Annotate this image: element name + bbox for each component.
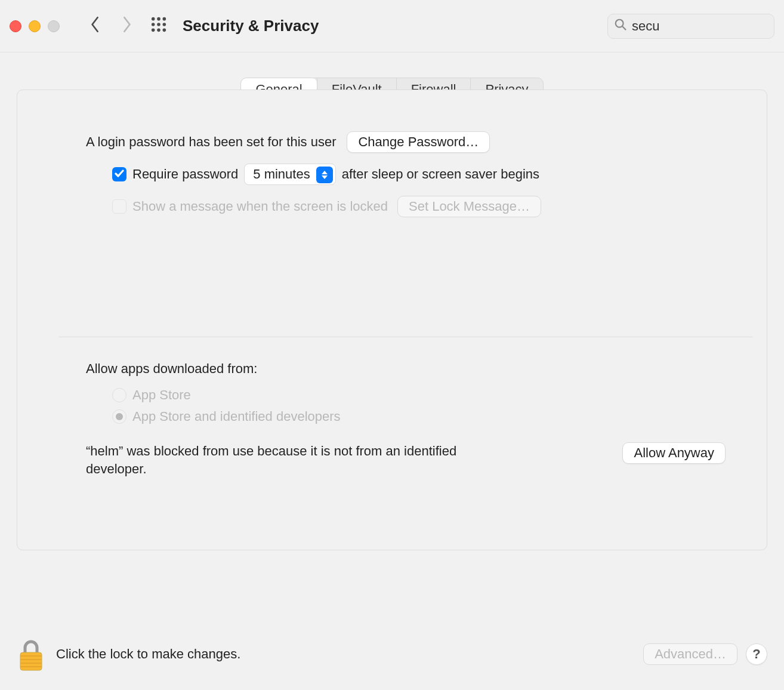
svg-line-10 <box>622 26 626 29</box>
zoom-window-button[interactable] <box>48 20 60 32</box>
svg-point-0 <box>152 17 155 20</box>
help-button[interactable]: ? <box>746 643 767 665</box>
login-password-label: A login password has been set for this u… <box>86 134 336 150</box>
section-divider <box>58 337 753 337</box>
back-button[interactable] <box>82 13 109 39</box>
require-password-delay-select[interactable]: 5 minutes <box>244 164 335 185</box>
require-password-delay-value: 5 minutes <box>253 167 310 182</box>
allow-apps-heading-row: Allow apps downloaded from: <box>86 361 726 377</box>
show-lock-message-checkbox <box>112 199 126 214</box>
svg-marker-14 <box>322 175 328 179</box>
svg-point-6 <box>152 28 155 32</box>
show-lock-message-label: Show a message when the screen is locked <box>132 199 388 214</box>
toolbar: Security & Privacy <box>0 0 784 53</box>
login-password-row: A login password has been set for this u… <box>86 131 726 153</box>
window-title: Security & Privacy <box>183 17 319 35</box>
require-password-label-pre: Require password <box>132 167 238 182</box>
search-icon <box>614 18 627 35</box>
lock-icon[interactable] <box>17 637 45 671</box>
require-password-checkbox[interactable] <box>112 167 126 181</box>
radio-identified-label: App Store and identified developers <box>132 409 341 424</box>
svg-point-4 <box>157 23 160 26</box>
svg-point-7 <box>157 28 160 32</box>
updown-stepper-icon <box>316 167 333 183</box>
search-input[interactable] <box>632 19 784 34</box>
svg-point-3 <box>152 23 155 26</box>
footer: Click the lock to make changes. Advanced… <box>0 618 784 690</box>
change-password-button[interactable]: Change Password… <box>347 131 490 153</box>
show-all-preferences-button[interactable] <box>146 13 172 39</box>
svg-point-5 <box>163 23 166 26</box>
radio-row-identified: App Store and identified developers <box>112 409 726 424</box>
grid-icon <box>150 16 167 36</box>
blocked-app-message: “helm” was blocked from use because it i… <box>86 442 468 478</box>
svg-point-1 <box>157 17 160 20</box>
close-window-button[interactable] <box>10 20 21 32</box>
require-password-row: Require password 5 minutes after sleep o… <box>112 164 726 185</box>
radio-row-appstore: App Store <box>112 387 726 403</box>
window-controls <box>10 20 60 32</box>
svg-point-8 <box>163 28 166 32</box>
svg-marker-13 <box>322 171 328 174</box>
radio-appstore-label: App Store <box>132 387 191 403</box>
chevron-left-icon <box>90 16 101 36</box>
blocked-app-row: “helm” was blocked from use because it i… <box>86 442 726 478</box>
lock-hint-label: Click the lock to make changes. <box>56 646 240 662</box>
forward-button[interactable] <box>113 13 140 39</box>
radio-identified <box>112 409 126 424</box>
svg-rect-15 <box>20 652 42 670</box>
svg-point-9 <box>616 19 624 27</box>
set-lock-message-button: Set Lock Message… <box>397 196 541 217</box>
search-field-wrap <box>607 14 774 39</box>
require-password-label-post: after sleep or screen saver begins <box>342 167 539 182</box>
allow-anyway-button[interactable]: Allow Anyway <box>622 442 726 464</box>
minimize-window-button[interactable] <box>29 20 41 32</box>
show-lock-message-row: Show a message when the screen is locked… <box>112 196 726 217</box>
checkmark-icon <box>115 167 124 182</box>
advanced-button: Advanced… <box>643 643 737 665</box>
svg-point-2 <box>163 17 166 20</box>
radio-appstore <box>112 388 126 402</box>
chevron-right-icon <box>121 16 132 36</box>
general-tab-content: A login password has been set for this u… <box>17 90 767 550</box>
allow-apps-heading: Allow apps downloaded from: <box>86 361 257 377</box>
